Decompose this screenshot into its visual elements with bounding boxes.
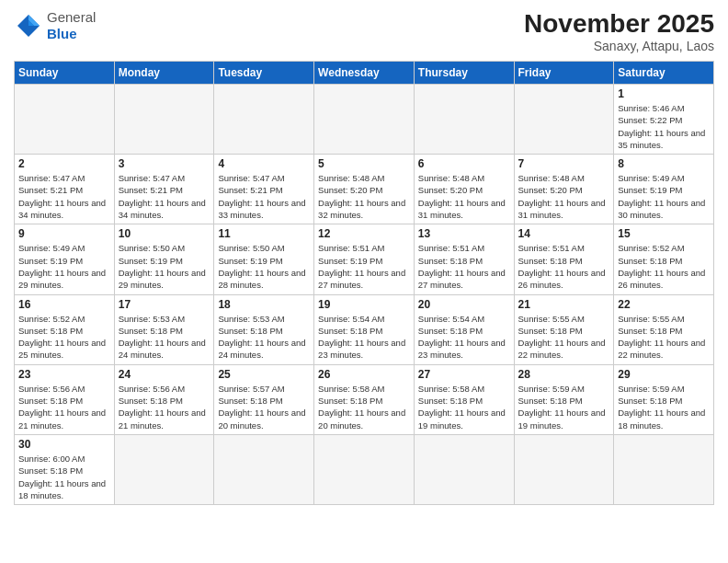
week-row-1: 1 Sunrise: 5:46 AM Sunset: 5:22 PM Dayli… (15, 85, 714, 155)
empty-cell (414, 85, 514, 155)
day-15: 15 Sunrise: 5:52 AM Sunset: 5:18 PM Dayl… (614, 224, 714, 294)
day-10: 10 Sunrise: 5:50 AM Sunset: 5:19 PM Dayl… (114, 224, 214, 294)
empty-cell (514, 85, 614, 155)
weekday-header-row: Sunday Monday Tuesday Wednesday Thursday… (15, 62, 714, 85)
day-20: 20 Sunrise: 5:54 AM Sunset: 5:18 PM Dayl… (414, 294, 514, 364)
day-26: 26 Sunrise: 5:58 AM Sunset: 5:18 PM Dayl… (314, 364, 415, 434)
day-2: 2 Sunrise: 5:47 AM Sunset: 5:21 PM Dayli… (15, 155, 115, 224)
title-area: November 2025 Sanaxy, Attapu, Laos (524, 9, 714, 53)
th-sunday: Sunday (15, 62, 115, 85)
day-25: 25 Sunrise: 5:57 AM Sunset: 5:18 PM Dayl… (214, 364, 314, 434)
empty-cell (514, 434, 614, 504)
th-thursday: Thursday (414, 62, 514, 85)
day-3: 3 Sunrise: 5:47 AM Sunset: 5:21 PM Dayli… (114, 155, 214, 224)
empty-cell (614, 434, 714, 504)
day-1: 1 Sunrise: 5:46 AM Sunset: 5:22 PM Dayli… (614, 85, 714, 155)
daylight-label-1: Daylight: (618, 128, 652, 138)
page: General Blue November 2025 Sanaxy, Attap… (0, 0, 728, 514)
empty-cell (414, 434, 514, 504)
empty-cell (114, 434, 214, 504)
logo: General Blue (14, 9, 96, 42)
day-22: 22 Sunrise: 5:55 AM Sunset: 5:18 PM Dayl… (614, 294, 714, 364)
day-30: 30 Sunrise: 6:00 AM Sunset: 5:18 PM Dayl… (15, 434, 115, 504)
day-29: 29 Sunrise: 5:59 AM Sunset: 5:18 PM Dayl… (614, 364, 714, 434)
empty-cell (15, 85, 115, 155)
month-title: November 2025 (524, 9, 714, 39)
logo-text: General Blue (47, 9, 96, 42)
day-18: 18 Sunrise: 5:53 AM Sunset: 5:18 PM Dayl… (214, 294, 314, 364)
day-6: 6 Sunrise: 5:48 AM Sunset: 5:20 PM Dayli… (414, 155, 514, 224)
th-wednesday: Wednesday (314, 62, 415, 85)
day-27: 27 Sunrise: 5:58 AM Sunset: 5:18 PM Dayl… (414, 364, 514, 434)
logo-general: General (47, 9, 96, 25)
day-14: 14 Sunrise: 5:51 AM Sunset: 5:18 PM Dayl… (514, 224, 614, 294)
th-monday: Monday (114, 62, 214, 85)
day-28: 28 Sunrise: 5:59 AM Sunset: 5:18 PM Dayl… (514, 364, 614, 434)
th-friday: Friday (514, 62, 614, 85)
day-23: 23 Sunrise: 5:56 AM Sunset: 5:18 PM Dayl… (15, 364, 115, 434)
day-19: 19 Sunrise: 5:54 AM Sunset: 5:18 PM Dayl… (314, 294, 415, 364)
header: General Blue November 2025 Sanaxy, Attap… (14, 9, 714, 53)
day-7: 7 Sunrise: 5:48 AM Sunset: 5:20 PM Dayli… (514, 155, 614, 224)
week-row-3: 9 Sunrise: 5:49 AM Sunset: 5:19 PM Dayli… (15, 224, 714, 294)
day-16: 16 Sunrise: 5:52 AM Sunset: 5:18 PM Dayl… (15, 294, 115, 364)
logo-icon (14, 13, 43, 39)
th-tuesday: Tuesday (214, 62, 314, 85)
empty-cell (214, 434, 314, 504)
week-row-6: 30 Sunrise: 6:00 AM Sunset: 5:18 PM Dayl… (15, 434, 714, 504)
empty-cell (114, 85, 214, 155)
week-row-2: 2 Sunrise: 5:47 AM Sunset: 5:21 PM Dayli… (15, 155, 714, 224)
sunrise-label-1: Sunrise: (618, 103, 650, 113)
location: Sanaxy, Attapu, Laos (524, 39, 714, 53)
day-11: 11 Sunrise: 5:50 AM Sunset: 5:19 PM Dayl… (214, 224, 314, 294)
week-row-4: 16 Sunrise: 5:52 AM Sunset: 5:18 PM Dayl… (15, 294, 714, 364)
empty-cell (314, 85, 415, 155)
day-9: 9 Sunrise: 5:49 AM Sunset: 5:19 PM Dayli… (15, 224, 115, 294)
week-row-5: 23 Sunrise: 5:56 AM Sunset: 5:18 PM Dayl… (15, 364, 714, 434)
day-12: 12 Sunrise: 5:51 AM Sunset: 5:19 PM Dayl… (314, 224, 415, 294)
calendar-table: Sunday Monday Tuesday Wednesday Thursday… (14, 61, 714, 505)
empty-cell (214, 85, 314, 155)
day-4: 4 Sunrise: 5:47 AM Sunset: 5:21 PM Dayli… (214, 155, 314, 224)
day-24: 24 Sunrise: 5:56 AM Sunset: 5:18 PM Dayl… (114, 364, 214, 434)
empty-cell (314, 434, 415, 504)
th-saturday: Saturday (614, 62, 714, 85)
day-8: 8 Sunrise: 5:49 AM Sunset: 5:19 PM Dayli… (614, 155, 714, 224)
day-13: 13 Sunrise: 5:51 AM Sunset: 5:18 PM Dayl… (414, 224, 514, 294)
day-5: 5 Sunrise: 5:48 AM Sunset: 5:20 PM Dayli… (314, 155, 415, 224)
logo-blue: Blue (47, 26, 77, 41)
sunset-label-1: Sunset: (618, 115, 647, 125)
day-21: 21 Sunrise: 5:55 AM Sunset: 5:18 PM Dayl… (514, 294, 614, 364)
day-17: 17 Sunrise: 5:53 AM Sunset: 5:18 PM Dayl… (114, 294, 214, 364)
